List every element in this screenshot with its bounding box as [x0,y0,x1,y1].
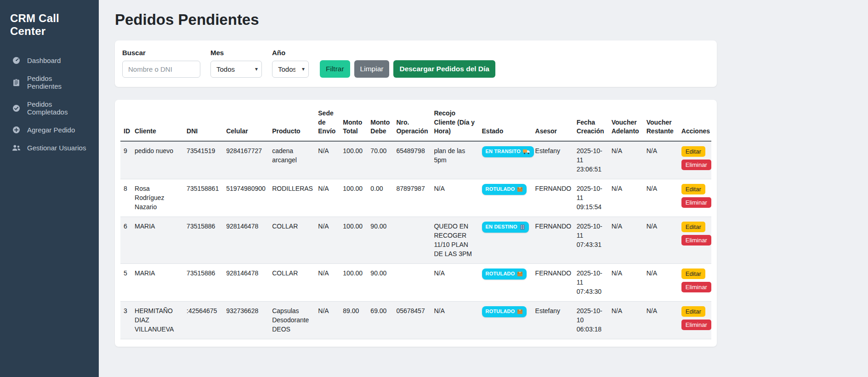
filter-panel: Buscar Mes Todos ▾ Año [115,40,717,87]
cell-voucher-adelanto: N/A [608,179,643,217]
table-row: 8Rosa Rodríguez Nazario73515886151974980… [120,179,711,217]
year-select[interactable]: Todos [272,61,309,78]
cell-dni: 73515886 [183,217,223,263]
delete-button[interactable]: Eliminar [681,282,711,292]
dashboard-icon [12,57,21,64]
edit-button[interactable]: Editar [681,184,705,194]
cell-celular: 928146478 [223,217,269,263]
month-select[interactable]: Todos [210,61,262,78]
sidebar: CRM Call Center DashboardPedidos Pendien… [0,0,99,377]
download-orders-button[interactable]: Descargar Pedidos del Día [393,60,495,78]
sidebar-item-agregar-pedido[interactable]: Agregar Pedido [0,121,99,139]
cell-asesor: Estefany [532,301,573,339]
column-header: Nro. Operación [393,106,431,141]
column-header: Monto Debe [367,106,393,141]
clear-button[interactable]: Limpiar [354,60,390,78]
app-title: CRM Call Center [0,8,99,51]
status-label: ROTULADO [486,270,515,278]
cell-nro-operacion [393,263,431,301]
page-title: Pedidos Pendientes [115,11,852,29]
sidebar-item-dashboard[interactable]: Dashboard [0,51,99,69]
column-header: Voucher Adelanto [608,106,643,141]
cell-nro-operacion: 87897987 [393,179,431,217]
truck-icon [523,149,530,154]
cell-voucher-adelanto: N/A [608,301,643,339]
app-window: CRM Call Center DashboardPedidos Pendien… [0,0,868,377]
table-header-row: IDClienteDNICelularProductoSede de Envío… [120,106,711,141]
cell-nro-operacion [393,217,431,263]
clipboard-icon [12,79,21,86]
cell-dni: 73515886 [183,263,223,301]
cell-monto-debe: 90.00 [367,217,393,263]
column-header: Asesor [532,106,573,141]
orders-table: IDClienteDNICelularProductoSede de Envío… [120,106,711,339]
column-header: DNI [183,106,223,141]
sidebar-item-label: Pedidos Pendientes [27,74,87,90]
plus-circle-icon [12,126,21,134]
cell-fecha-creacion: 2025-10-11 07:43:30 [573,263,608,301]
cell-estado: EN TRANSITO [479,141,532,179]
delete-button[interactable]: Eliminar [681,320,711,330]
cell-cliente: MARIA [131,263,183,301]
status-badge: ROTULADO [482,268,527,280]
cell-sede-envio: N/A [315,141,340,179]
cell-sede-envio: N/A [315,179,340,217]
cell-acciones: EditarEliminar [678,179,711,217]
cell-producto: Capsulas Desodorante DEOS [269,301,315,339]
orders-table-card: IDClienteDNICelularProductoSede de Envío… [115,100,717,347]
column-header: Fecha Creación [573,106,608,141]
cell-asesor: FERNANDO [532,179,573,217]
status-badge: EN TRANSITO [482,146,534,157]
year-label: Año [272,49,309,57]
status-label: EN DESTINO [486,223,517,231]
cell-sede-envio: N/A [315,263,340,301]
sidebar-menu: DashboardPedidos PendientesPedidos Compl… [0,51,99,157]
cell-asesor: FERNANDO [532,217,573,263]
column-header: Voucher Restante [643,106,678,141]
column-header: Acciones [678,106,711,141]
cell-acciones: EditarEliminar [678,141,711,179]
sidebar-item-label: Pedidos Completados [27,100,87,116]
month-select-wrap: Todos ▾ [210,61,262,78]
column-header: Recojo Cliente (Día y Hora) [431,106,478,141]
status-badge: ROTULADO [482,306,527,317]
sidebar-item-pedidos-pendientes[interactable]: Pedidos Pendientes [0,69,99,95]
edit-button[interactable]: Editar [681,268,705,279]
cell-dni: 73541519 [183,141,223,179]
cell-voucher-adelanto: N/A [608,141,643,179]
search-label: Buscar [122,49,200,57]
month-group: Mes Todos ▾ [210,49,262,78]
edit-button[interactable]: Editar [681,306,705,317]
cell-fecha-creacion: 2025-10-11 23:06:51 [573,141,608,179]
delete-button[interactable]: Eliminar [681,235,711,246]
sidebar-item-gestionar-usuarios[interactable]: Gestionar Usuarios [0,139,99,157]
cell-dni: :42564675 [183,301,223,339]
sidebar-item-pedidos-completados[interactable]: Pedidos Completados [0,95,99,121]
status-badge: ROTULADO [482,184,527,195]
table-row: 5MARIA73515886928146478COLLARN/A100.0090… [120,263,711,301]
column-header: ID [120,106,131,141]
cell-fecha-creacion: 2025-10-11 09:15:54 [573,179,608,217]
cell-producto: RODILLERAS [269,179,315,217]
table-row: 9pedido nuevo735415199284167727cadena ar… [120,141,711,179]
delete-button[interactable]: Eliminar [681,160,711,170]
cell-recojo-cliente: N/A [431,263,478,301]
package-icon [517,309,523,314]
cell-cliente: Rosa Rodríguez Nazario [131,179,183,217]
cell-id: 3 [120,301,131,339]
cell-voucher-restante: N/A [643,179,678,217]
cell-monto-debe: 0.00 [367,179,393,217]
edit-button[interactable]: Editar [681,222,705,232]
month-label: Mes [210,49,262,57]
cell-celular: 932736628 [223,301,269,339]
cell-monto-total: 100.00 [340,179,367,217]
cell-voucher-restante: N/A [643,263,678,301]
delete-button[interactable]: Eliminar [681,197,711,208]
search-input[interactable] [122,61,200,78]
cell-id: 9 [120,141,131,179]
edit-button[interactable]: Editar [681,146,705,157]
check-circle-icon [12,104,21,112]
column-header: Celular [223,106,269,141]
cell-estado: ROTULADO [479,179,532,217]
filter-button[interactable]: Filtrar [320,60,350,78]
